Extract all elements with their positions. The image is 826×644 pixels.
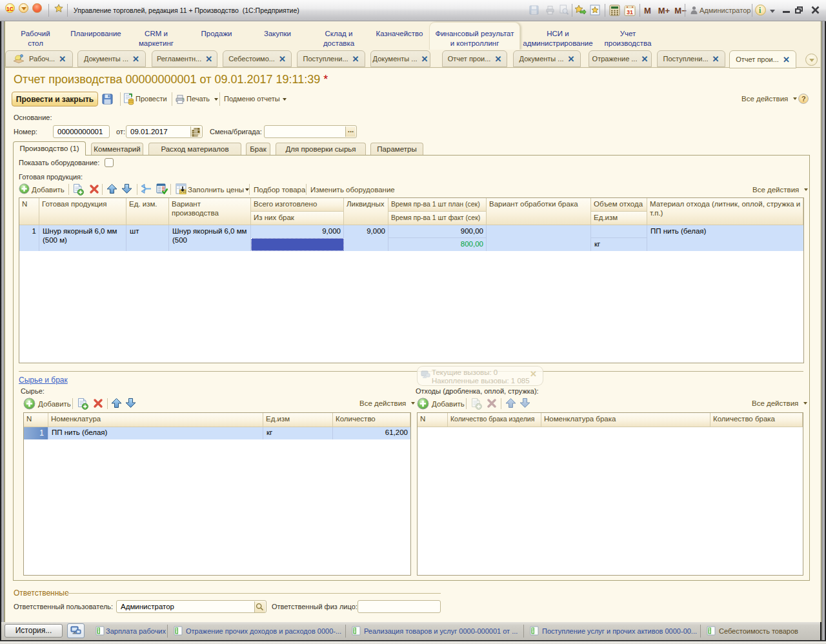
- svg-text:31: 31: [627, 9, 633, 15]
- svg-text:1.10: 1.10: [180, 190, 186, 194]
